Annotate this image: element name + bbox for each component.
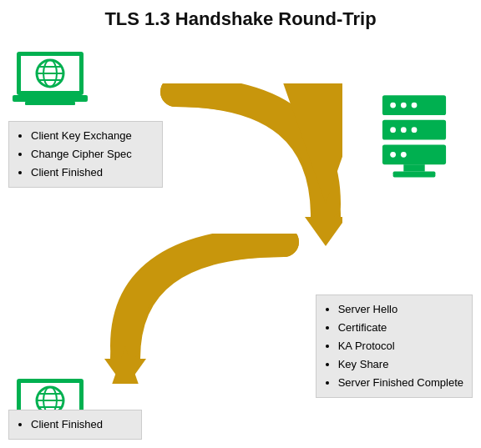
list-item: Certificate xyxy=(338,319,463,337)
server-svg xyxy=(372,92,456,184)
arrow-up-left-svg xyxy=(84,234,301,384)
svg-marker-32 xyxy=(305,217,342,246)
svg-point-14 xyxy=(390,127,396,133)
client-top-info-box: Client Key Exchange Change Cipher Spec C… xyxy=(8,121,163,188)
client-bottom-list: Client Finished xyxy=(18,415,133,434)
arrow-down-right-svg xyxy=(159,83,342,250)
svg-rect-21 xyxy=(393,172,436,178)
laptop-top-svg xyxy=(13,50,88,108)
list-item: Server Hello xyxy=(338,300,463,319)
svg-point-12 xyxy=(412,103,418,108)
page-title: TLS 1.3 Handshake Round-Trip xyxy=(17,8,464,30)
client-top-list: Client Key Exchange Change Cipher Spec C… xyxy=(18,127,154,182)
list-item: Change Cipher Spec xyxy=(31,145,154,164)
list-item: KA Protocol xyxy=(338,337,463,355)
svg-point-10 xyxy=(390,103,396,108)
svg-point-16 xyxy=(412,127,418,133)
svg-rect-8 xyxy=(25,102,75,105)
client-bottom-info-box: Client Finished xyxy=(8,410,142,440)
svg-marker-34 xyxy=(104,359,146,384)
svg-point-15 xyxy=(401,127,407,133)
svg-rect-20 xyxy=(403,164,424,171)
list-item: Client Key Exchange xyxy=(31,127,154,145)
list-item: Server Finished Complete xyxy=(338,374,463,392)
diagram-container: TLS 1.3 Handshake Round-Trip Client Key … xyxy=(0,0,481,448)
list-item: Client Finished xyxy=(31,164,154,182)
server-icon xyxy=(372,92,456,184)
svg-rect-7 xyxy=(13,95,88,102)
svg-point-11 xyxy=(401,103,407,108)
svg-point-18 xyxy=(390,152,396,158)
list-item: Client Finished xyxy=(31,415,133,434)
list-item: Key Share xyxy=(338,355,463,374)
server-info-box: Server Hello Certificate KA Protocol Key… xyxy=(316,294,473,398)
server-list: Server Hello Certificate KA Protocol Key… xyxy=(325,300,463,392)
client-top-icon xyxy=(13,50,88,108)
svg-point-19 xyxy=(401,152,407,158)
